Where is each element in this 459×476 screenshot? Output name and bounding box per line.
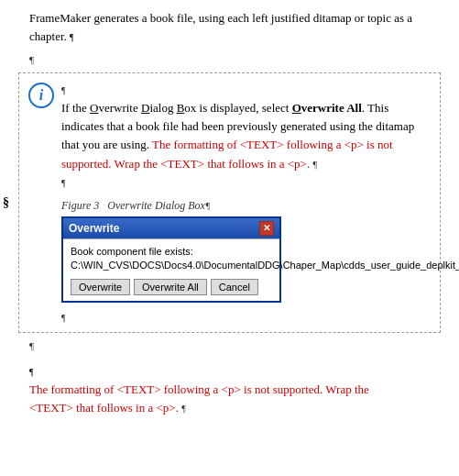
note-footer-para: ¶ (61, 313, 66, 323)
info-icon: i (28, 83, 54, 108)
note-text-body: ¶ If the Overwrite Dialog Box is display… (61, 81, 431, 192)
after-note-mark: ¶ (18, 338, 441, 353)
top-para-mark: ¶ (70, 32, 74, 42)
top-text-content: FrameMaker generates a book file, using … (29, 11, 412, 43)
bottom-red-text-1: The formatting of <TEXT> following a <p>… (29, 382, 369, 396)
dialog-title-bar: Overwrite ✕ (63, 218, 279, 238)
top-paragraph-section: FrameMaker generates a book file, using … (18, 9, 441, 45)
note-start-mark: ¶ (61, 85, 66, 95)
close-icon: ✕ (263, 223, 270, 233)
standalone-para-mark: ¶ (18, 52, 441, 67)
dialog-title: Overwrite (69, 222, 119, 235)
overwrite-all-button[interactable]: Overwrite All (134, 279, 207, 295)
info-icon-label: i (39, 87, 43, 104)
bottom-section: ¶ The formatting of <TEXT> following a <… (18, 362, 441, 417)
overwrite-button[interactable]: Overwrite (71, 279, 130, 295)
para-mark-1: ¶ (29, 54, 34, 65)
section-symbol: § (3, 195, 9, 210)
bottom-text: ¶ The formatting of <TEXT> following a <… (29, 362, 441, 417)
cancel-button[interactable]: Cancel (211, 279, 258, 295)
overwrite-dialog[interactable]: Overwrite ✕ Book component file exists: … (61, 216, 281, 303)
bottom-red-text-2: <TEXT> that follows in a <p>. (29, 401, 179, 415)
top-text: FrameMaker generates a book file, using … (29, 9, 441, 45)
dialog-message: Book component file exists: C:\WIN_CVS\D… (71, 245, 272, 273)
after-note-para: ¶ (29, 340, 34, 351)
note-content: ¶ If the Overwrite Dialog Box is display… (61, 81, 431, 325)
note-section: § i ¶ If the Overwrite Dialog Box is dis… (18, 72, 441, 333)
figure-caption: Figure 3 Overwrite Dialog Box¶ (61, 199, 431, 213)
note-para-mark: ¶ (312, 160, 317, 170)
bottom-para-mark: ¶ (181, 404, 186, 414)
bottom-start-mark: ¶ (29, 367, 34, 377)
note-end-mark: ¶ (61, 178, 66, 188)
note-footer-mark: ¶ (61, 310, 431, 325)
figure-label: Figure 3 Overwrite Dialog Box¶ (61, 199, 210, 212)
dialog-body: Book component file exists: C:\WIN_CVS\D… (63, 238, 279, 301)
note-inner: i ¶ If the Overwrite Dialog Box is displ… (28, 81, 431, 325)
dialog-buttons: Overwrite Overwrite All Cancel (71, 279, 272, 295)
dialog-close-button[interactable]: ✕ (259, 221, 274, 236)
